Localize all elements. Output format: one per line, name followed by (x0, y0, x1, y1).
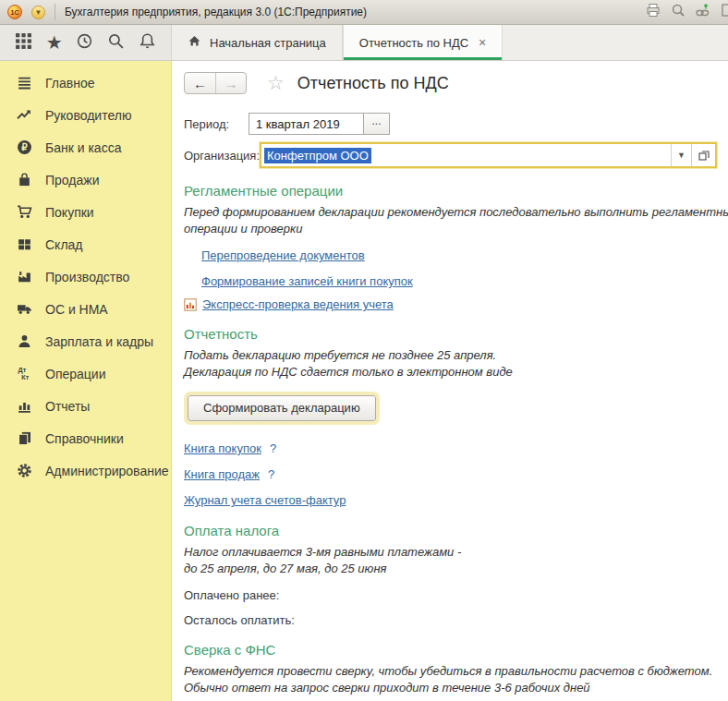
paid-earlier-label: Оплачено ранее: (184, 588, 728, 602)
organization-value-selected[interactable]: Конфетпром ООО (264, 148, 371, 163)
window-titlebar: 1С ▼ Бухгалтерия предприятия, редакция 3… (0, 0, 728, 25)
section-heading-tax-payment: Оплата налога (184, 523, 728, 538)
tab-vat-label: Отчетность по НДС (359, 36, 468, 50)
cart-icon (17, 204, 32, 220)
remaining-to-pay-label: Осталось оплатить: (184, 613, 728, 627)
trend-icon (17, 107, 32, 123)
sidebar-item-reports[interactable]: Отчеты (0, 390, 171, 422)
link-purchase-ledger-entries[interactable]: Формирование записей книги покупок (201, 274, 413, 288)
person-icon (17, 333, 32, 349)
preview-magnifier-icon[interactable] (671, 3, 686, 21)
sidebar-item-production[interactable]: Производство (0, 260, 171, 293)
svg-text:Кт: Кт (21, 373, 29, 381)
tab-home-label: Начальная страница (210, 36, 326, 50)
period-label: Период: (184, 117, 249, 131)
sidebar-item-fixed-assets[interactable]: ОС и НМА (0, 293, 171, 325)
section-sidebar: Главное Руководителю ₽ Банк и касса Прод… (0, 61, 172, 701)
factory-icon (17, 269, 32, 284)
back-button[interactable]: ← (185, 73, 215, 93)
section-heading-fns-reconciliation: Сверка с ФНС (184, 642, 728, 658)
link-sales-ledger[interactable]: Книга продаж (184, 467, 260, 481)
sidebar-item-sales[interactable]: Продажи (0, 163, 171, 196)
main-content: ← → ☆ Отчетность по НДС Период: 1 кварта… (172, 61, 728, 701)
generate-declaration-button[interactable]: Сформировать декларацию (188, 395, 376, 421)
main-menu-dropdown-icon[interactable]: ▼ (31, 6, 45, 19)
sidebar-item-salary-hr[interactable]: Зарплата и кадры (0, 325, 171, 357)
link-invoice-journal[interactable]: Журнал учета счетов-фактур (184, 493, 346, 507)
reconciliation-desc-line1: Рекомендуется провести сверку, чтобы убе… (184, 663, 728, 680)
history-clock-icon[interactable] (76, 32, 93, 54)
forward-button[interactable]: → (215, 73, 246, 93)
section-heading-reporting: Отчетность (184, 326, 728, 342)
books-icon (17, 430, 32, 446)
sidebar-item-main[interactable]: Главное (0, 66, 171, 99)
add-to-favorites-star-icon[interactable]: ☆ (267, 72, 285, 94)
window-title: Бухгалтерия предприятия, редакция 3.0 (1… (65, 6, 367, 18)
app-logo-1c-icon[interactable]: 1С (7, 5, 22, 19)
link-purchase-ledger[interactable]: Книга покупок (184, 441, 261, 455)
tab-bar: ★ Начальная страница Отчетность по НДС × (0, 25, 728, 61)
payment-desc-line1: Налог оплачивается 3-мя равными платежам… (184, 544, 728, 561)
link-repost-documents[interactable]: Перепроведение документов (201, 248, 365, 262)
period-picker-button[interactable]: ... (364, 113, 390, 135)
gear-icon (17, 463, 32, 478)
quick-tools-panel: ★ (0, 25, 172, 60)
ruble-coin-icon: ₽ (17, 139, 32, 155)
bag-icon (17, 172, 32, 187)
period-input[interactable]: 1 квартал 2019 (249, 113, 364, 135)
apps-grid-icon[interactable] (15, 32, 32, 54)
dt-kt-icon: ДтКт (17, 366, 32, 381)
reporting-desc-line1: Подать декларацию требуется не позднее 2… (184, 347, 728, 364)
sidebar-item-directories[interactable]: Справочники (0, 422, 171, 454)
reconciliation-desc-line2: Обычно ответ на запрос сверки приходит в… (184, 680, 728, 696)
purchase-ledger-help-icon[interactable]: ? (270, 441, 276, 455)
tab-vat-reporting[interactable]: Отчетность по НДС × (343, 25, 504, 60)
boxes-icon (17, 236, 32, 252)
clipped-toolbar-icon[interactable] (721, 3, 728, 21)
regulated-desc-line2: операции и проверки (184, 221, 728, 237)
regulated-desc-line1: Перед формированием декларации рекоменду… (184, 204, 728, 221)
sidebar-item-warehouse[interactable]: Склад (0, 228, 171, 260)
sidebar-item-purchases[interactable]: Покупки (0, 196, 171, 228)
express-check-report-icon (184, 298, 197, 311)
notifications-bell-icon[interactable] (139, 32, 156, 54)
organization-label: Организация: (184, 149, 260, 163)
tab-home[interactable]: Начальная страница (172, 25, 343, 60)
sidebar-item-administration[interactable]: Администрирование (0, 454, 171, 487)
page-title: Отчетность по НДС (297, 74, 449, 93)
sidebar-item-manager[interactable]: Руководителю (0, 99, 171, 131)
favorites-star-icon[interactable]: ★ (46, 33, 63, 52)
truck-icon (17, 301, 32, 317)
history-nav-buttons: ← → (184, 72, 247, 94)
organization-field[interactable]: Конфетпром ООО ▼ (260, 142, 717, 168)
get-link-icon[interactable] (696, 3, 710, 21)
sales-ledger-help-icon[interactable]: ? (268, 467, 274, 481)
organization-open-icon[interactable] (691, 144, 715, 166)
menu-lines-icon (17, 75, 32, 91)
sidebar-item-bank-cash[interactable]: ₽ Банк и касса (0, 131, 171, 163)
payment-desc-line2: до 25 апреля, до 27 мая, до 25 июня (184, 561, 728, 577)
sidebar-item-operations[interactable]: ДтКт Операции (0, 357, 171, 390)
tab-close-icon[interactable]: × (479, 35, 486, 50)
home-icon (188, 34, 201, 51)
svg-text:₽: ₽ (21, 142, 28, 152)
section-heading-regulated-ops: Регламентные операции (184, 183, 728, 199)
print-icon[interactable] (646, 3, 661, 21)
organization-dropdown-icon[interactable]: ▼ (671, 144, 691, 166)
search-icon[interactable] (107, 32, 125, 54)
link-express-check[interactable]: Экспресс-проверка ведения учета (202, 297, 394, 311)
reporting-desc-line2: Декларация по НДС сдается только в элект… (184, 364, 728, 381)
bar-chart-icon (17, 398, 32, 414)
titlebar-divider (55, 4, 55, 20)
